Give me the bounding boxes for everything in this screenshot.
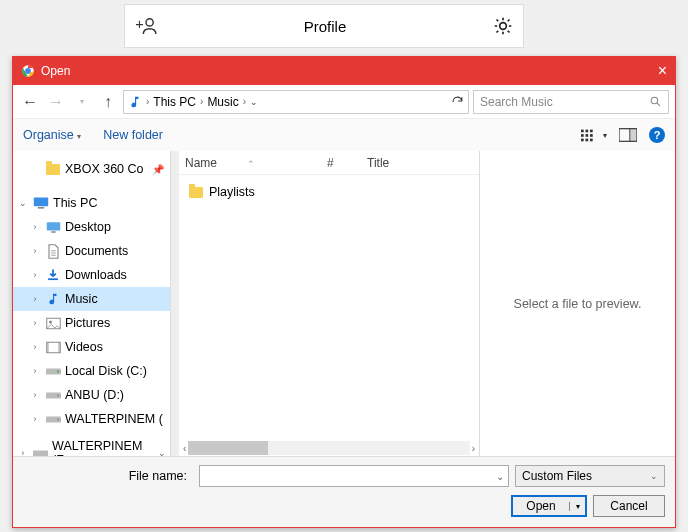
tree-item-music[interactable]: › Music (13, 287, 170, 311)
expand-icon[interactable]: › (29, 270, 41, 280)
open-button[interactable]: Open ▾ (511, 495, 587, 517)
close-button[interactable]: × (658, 62, 667, 80)
splitter[interactable] (171, 151, 179, 456)
view-button[interactable] (581, 128, 599, 142)
newfolder-button[interactable]: New folder (103, 128, 163, 142)
tree-label: This PC (53, 196, 97, 210)
music-icon (128, 95, 142, 109)
svg-rect-17 (34, 197, 48, 206)
tree-label: Local Disk (C:) (65, 364, 147, 378)
svg-rect-24 (46, 342, 48, 353)
svg-point-29 (57, 394, 59, 396)
svg-rect-32 (33, 450, 48, 456)
svg-rect-10 (586, 139, 589, 142)
add-profile-button[interactable]: + (135, 17, 157, 35)
tree-label: Pictures (65, 316, 110, 330)
pin-icon: 📌 (152, 164, 164, 175)
tree-item-walterpinem-f[interactable]: › WALTERPINEM (F ⌄ (13, 441, 170, 456)
expand-icon[interactable]: › (29, 390, 41, 400)
gear-icon (493, 16, 513, 36)
organise-menu[interactable]: Organise ▾ (23, 128, 81, 142)
settings-button[interactable] (493, 16, 513, 36)
cancel-button[interactable]: Cancel (593, 495, 665, 517)
filename-input[interactable]: ⌄ (199, 465, 509, 487)
tree-label: Music (65, 292, 98, 306)
drive-icon (46, 390, 61, 401)
arrow-right-icon: → (48, 93, 64, 111)
open-dropdown[interactable]: ▾ (569, 502, 585, 511)
preview-pane-button[interactable] (619, 128, 637, 142)
download-icon (46, 268, 60, 282)
breadcrumb-music[interactable]: Music (207, 95, 238, 109)
tree-label: Downloads (65, 268, 127, 282)
help-icon: ? (654, 129, 661, 141)
breadcrumb-bar[interactable]: › This PC › Music › ⌄ (123, 90, 469, 114)
svg-point-3 (25, 68, 31, 74)
preview-text: Select a file to preview. (514, 297, 642, 311)
tree-item-this-pc[interactable]: ⌄ This PC (13, 191, 170, 215)
tree-item-desktop[interactable]: › Desktop (13, 215, 170, 239)
breadcrumb-this-pc[interactable]: This PC (153, 95, 196, 109)
svg-rect-20 (51, 231, 56, 233)
up-button[interactable]: ↑ (97, 91, 119, 113)
tree-item-walterpinem[interactable]: › WALTERPINEM ( (13, 407, 170, 431)
chevron-down-icon: ⌄ (650, 471, 658, 481)
expand-icon[interactable]: › (29, 318, 41, 328)
profile-bar: + Profile (124, 4, 524, 48)
tree-label: Documents (65, 244, 128, 258)
expand-icon[interactable]: › (17, 448, 29, 456)
tree-item-downloads[interactable]: › Downloads (13, 263, 170, 287)
recent-dropdown[interactable]: ▾ (71, 91, 93, 113)
chevron-down-icon: ▾ (603, 131, 607, 140)
folder-icon (46, 164, 60, 175)
col-title[interactable]: Title (361, 156, 479, 170)
forward-button[interactable]: → (45, 91, 67, 113)
horizontal-scrollbar[interactable]: ‹ › (179, 440, 479, 456)
path-dropdown[interactable]: ⌄ (250, 97, 258, 107)
tree-item-xbox[interactable]: XBOX 360 Co 📌 (13, 157, 170, 181)
svg-rect-25 (58, 342, 60, 353)
tree-item-local-c[interactable]: › Local Disk (C:) (13, 359, 170, 383)
expand-icon[interactable]: › (29, 342, 41, 352)
svg-rect-9 (586, 134, 589, 137)
drive-icon (46, 414, 61, 425)
expand-icon[interactable]: › (29, 222, 41, 232)
svg-point-4 (651, 97, 658, 104)
svg-rect-7 (581, 139, 584, 142)
col-name[interactable]: Name⌃ (179, 156, 321, 170)
toolbar-row: Organise ▾ New folder ▾ ? (13, 119, 675, 151)
refresh-button[interactable] (451, 95, 464, 108)
file-header: Name⌃ # Title (179, 151, 479, 175)
expand-icon[interactable]: › (29, 246, 41, 256)
col-num[interactable]: # (321, 156, 361, 170)
tree-label: WALTERPINEM (F (52, 439, 154, 456)
scroll-left-icon: ‹ (183, 443, 186, 454)
tree-item-pictures[interactable]: › Pictures (13, 311, 170, 335)
back-button[interactable]: ← (19, 91, 41, 113)
tree-item-anbu-d[interactable]: › ANBU (D:) (13, 383, 170, 407)
svg-point-27 (57, 370, 59, 372)
collapse-icon[interactable]: ⌄ (17, 198, 29, 208)
svg-rect-6 (581, 134, 584, 137)
scrollbar-thumb[interactable] (188, 441, 268, 455)
expand-icon[interactable]: › (29, 366, 41, 376)
expand-icon[interactable]: › (29, 414, 41, 424)
documents-icon (47, 244, 60, 259)
chevron-right-icon: › (243, 96, 246, 107)
tree-item-documents[interactable]: › Documents (13, 239, 170, 263)
folder-tree: XBOX 360 Co 📌 ⌄ This PC › Desktop › Docu… (13, 151, 171, 456)
open-label: Open (513, 499, 569, 513)
chevron-down-icon: ⌄ (496, 471, 504, 482)
help-button[interactable]: ? (649, 127, 665, 143)
close-icon: × (658, 62, 667, 79)
svg-rect-8 (586, 130, 589, 133)
expand-icon[interactable]: › (29, 294, 41, 304)
chevron-right-icon: › (200, 96, 203, 107)
file-list: Playlists (179, 175, 479, 440)
search-input[interactable]: Search Music (473, 90, 669, 114)
preview-pane-icon (619, 128, 637, 142)
filetype-select[interactable]: Custom Files ⌄ (515, 465, 665, 487)
tree-item-videos[interactable]: › Videos (13, 335, 170, 359)
pictures-icon (46, 317, 61, 330)
file-item-playlists[interactable]: Playlists (189, 181, 479, 203)
